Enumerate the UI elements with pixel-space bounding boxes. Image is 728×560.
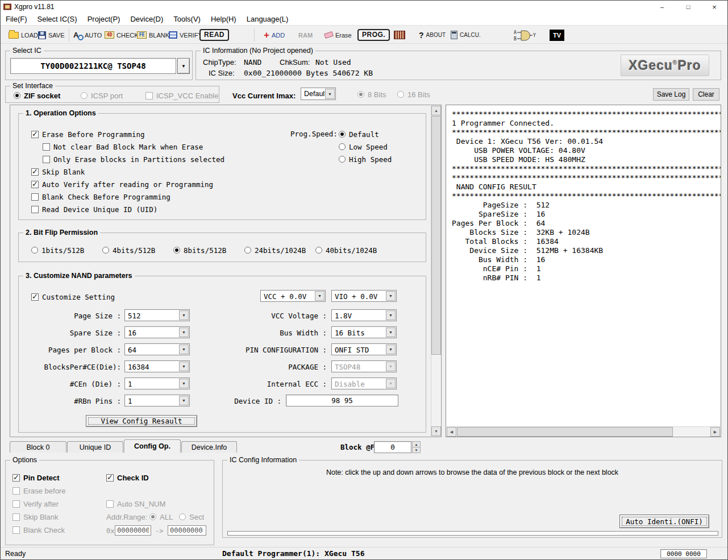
scrollbar-thumb[interactable] [457,427,673,437]
vcc-imax-combo[interactable]: Default ▼ [301,88,336,100]
chevron-down-icon[interactable]: ▼ [179,327,189,337]
radio-dot[interactable] [339,143,346,150]
chevron-down-icon[interactable]: ▼ [179,310,189,320]
logic-test-button[interactable]: A B Y [514,26,536,44]
ic-test-button[interactable] [394,26,405,44]
scroll-right-icon[interactable]: ▶ [710,427,720,437]
checkbox-only-erase-partitions[interactable]: Only Erase blocks in Partitions selected [43,155,224,164]
radio-16-bits[interactable]: 16 Bits [397,90,430,99]
scroll-down-icon[interactable]: ▼ [431,426,441,436]
chevron-down-icon[interactable]: ▼ [315,291,325,301]
radio-8-bits[interactable]: 8 Bits [357,90,386,99]
verify-button[interactable]: VERIFY [169,26,202,44]
radio-dot[interactable] [102,247,109,254]
tab-device-info[interactable]: Device.Info [181,441,237,453]
pin-configuration-combo[interactable]: ONFI STD ▼ [331,343,397,355]
erase-button[interactable]: Erase [325,26,352,44]
about-button[interactable]: ? ABOUT [419,26,446,44]
addr-from-input[interactable] [115,525,151,536]
rbn-pins-combo[interactable]: 1 ▼ [124,395,190,406]
chevron-down-icon[interactable]: ▼ [386,291,396,301]
config-panel-scrollbar[interactable]: ▲ ▼ [431,106,440,436]
page-size-combo[interactable]: 512 ▼ [124,309,190,321]
chevron-down-icon[interactable]: ▼ [179,396,189,405]
checkbox-box[interactable] [13,500,20,508]
checkbox-box[interactable] [31,168,39,176]
calcu-button[interactable]: CALCU. [451,26,481,44]
log-horizontal-scrollbar[interactable]: ◀ ▶ [447,426,720,436]
checkbox-box[interactable] [31,131,39,138]
radio-dot[interactable] [149,513,156,520]
radio-speed-low[interactable]: Low Speed [339,142,388,151]
checkbox-skip-blank[interactable]: Skip Blank [31,167,85,176]
close-button[interactable]: × [701,1,727,13]
scrollbar-thumb[interactable] [431,116,441,355]
ram-button[interactable]: RAM [298,26,313,44]
view-config-button[interactable]: View Config Resault [86,415,197,427]
blank-button[interactable]: FE BLANK [137,26,169,44]
spare-size-combo[interactable]: 16 ▼ [124,326,190,338]
radio-dot[interactable] [14,92,20,99]
radio-dot[interactable] [81,92,88,99]
radio-dot[interactable] [339,131,346,138]
maximize-button[interactable]: □ [675,1,701,13]
menu-language[interactable]: Language(L) [242,13,294,25]
selected-ic-field[interactable]: TY00D0021211KC@ TSOP48 [10,58,176,74]
checkbox-erase-before[interactable]: Erase before [13,486,65,495]
chevron-down-icon[interactable]: ▼ [325,89,335,99]
checkbox-box[interactable] [31,193,39,201]
pages-per-block-combo[interactable]: 64 ▼ [124,343,190,355]
checkbox-pin-detect[interactable]: Pin Detect [13,473,60,482]
checkbox-not-clear-bad-block[interactable]: Not clear Bad Block Mark when Erase [43,142,203,151]
chevron-down-icon[interactable]: ▼ [386,345,396,354]
auto-button[interactable]: A AUTO [73,26,102,44]
checkbox-box[interactable] [13,513,20,521]
radio-dot[interactable] [339,156,346,163]
radio-8bits-512b[interactable]: 8bits/512B [173,246,226,255]
checkbox-blank-check-before[interactable]: Blank Check Before Programming [31,192,170,201]
add-button[interactable]: + ADD [264,26,285,44]
radio-speed-default[interactable]: Default [339,130,379,139]
checkbox-box[interactable] [43,143,50,151]
radio-dot[interactable] [357,91,364,98]
checkbox-icsp-vcc-enable[interactable]: ICSP_VCC Enable [145,91,218,100]
menu-file[interactable]: File(F) [1,13,32,25]
radio-addr-all[interactable]: ALL [149,512,173,521]
addr-to-input[interactable] [168,525,206,536]
vcc-offset-combo[interactable]: VCC + 0.0V ▼ [260,290,326,302]
menu-project[interactable]: Project(P) [82,13,126,25]
tab-unique-id[interactable]: Unique ID [67,441,123,453]
checkbox-box[interactable] [13,526,20,534]
chevron-down-icon[interactable]: ▼ [179,362,189,371]
checkbox-box[interactable] [106,474,114,482]
clear-button[interactable]: Clear [693,88,719,101]
checkbox-customize-setting[interactable]: Customize Setting [31,292,115,301]
radio-4bits-512b[interactable]: 4bits/512B [102,246,155,255]
radio-addr-sect[interactable]: Sect [179,512,204,521]
checkbox-skip-blank-option[interactable]: Skip Blank [13,512,58,521]
block-at-file-field[interactable]: 0 [374,441,411,453]
check-button[interactable]: 4D CHECK [105,26,139,44]
vio-offset-combo[interactable]: VIO + 0.0V ▼ [331,290,397,302]
radio-zif-socket[interactable]: ZIF socket [14,91,60,100]
radio-1bits-512b[interactable]: 1bits/512B [31,246,84,255]
scroll-up-icon[interactable]: ▲ [431,106,441,115]
checkbox-box[interactable] [13,487,20,495]
chevron-down-icon[interactable]: ▼ [386,327,396,337]
prog-button[interactable]: PROG. [357,26,390,44]
menu-tools[interactable]: Tools(V) [168,13,206,25]
checkbox-verify-after[interactable]: Verify after [13,499,59,508]
radio-dot[interactable] [397,91,404,98]
radio-speed-high[interactable]: High Speed [339,155,392,164]
radio-dot[interactable] [173,247,180,254]
blocks-per-ce-combo[interactable]: 16384 ▼ [124,360,190,372]
minimize-button[interactable]: – [649,1,675,13]
radio-dot[interactable] [244,247,251,254]
radio-icsp-port[interactable]: ICSP port [81,91,123,100]
radio-24bits-1024b[interactable]: 24bits/1024B [244,246,306,255]
device-id-field[interactable]: 98 95 [286,395,398,406]
radio-dot[interactable] [31,247,38,254]
chevron-down-icon[interactable]: ▼ [386,310,396,320]
radio-40bits-1024b[interactable]: 40bits/1024B [315,246,377,255]
save-log-button[interactable]: Save Log [653,88,689,101]
